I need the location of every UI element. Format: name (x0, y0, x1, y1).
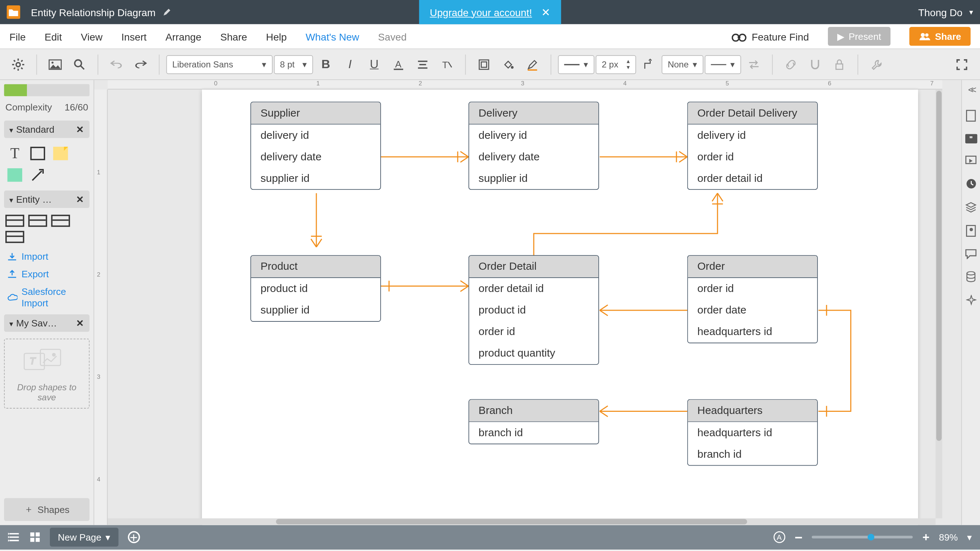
caret-down-icon[interactable]: ▾ (967, 532, 972, 542)
zoom-in-icon[interactable]: + (923, 530, 930, 544)
swap-ends-icon[interactable] (743, 53, 765, 76)
close-icon[interactable]: ✕ (76, 317, 84, 328)
data-icon[interactable] (966, 271, 976, 283)
document-title[interactable]: Entity Relationship Diagram (31, 6, 155, 18)
italic-icon[interactable]: I (339, 53, 361, 76)
doc-folder-icon[interactable] (7, 5, 21, 19)
salesforce-import-link[interactable]: Salesforce Import (4, 285, 89, 310)
entity-row: order id (469, 321, 598, 342)
edit-title-icon[interactable] (162, 8, 172, 17)
present-button[interactable]: ▶ Present (828, 27, 891, 46)
link-icon[interactable] (780, 53, 802, 76)
svg-point-54 (8, 540, 10, 541)
entity-product[interactable]: Product product id supplier id (250, 255, 381, 322)
page-icon[interactable] (966, 110, 976, 122)
filled-rect-shape[interactable] (5, 166, 24, 184)
magnet-icon[interactable] (803, 53, 826, 76)
section-entity[interactable]: Entity …✕ (4, 191, 89, 208)
user-name: Thong Do (918, 6, 963, 18)
arrow-start-select[interactable]: None▾ (662, 55, 703, 74)
redo-icon[interactable] (129, 53, 152, 76)
history-icon[interactable] (966, 178, 977, 189)
export-link[interactable]: Export (4, 267, 89, 281)
entity-shape-1[interactable] (5, 215, 24, 227)
text-shape[interactable]: T (5, 145, 24, 162)
line-width-select[interactable]: 2 px▴▾ (596, 55, 636, 74)
entity-order-detail-delivery[interactable]: Order Detail Delivery delivery id order … (687, 102, 818, 190)
entity-delivery[interactable]: Delivery delivery id delivery date suppl… (468, 102, 599, 190)
entity-branch[interactable]: Branch branch id (468, 399, 599, 444)
menu-arrange[interactable]: Arrange (165, 30, 201, 42)
spark-icon[interactable] (966, 295, 977, 306)
vertical-scrollbar[interactable] (935, 90, 942, 518)
outline-icon[interactable] (8, 532, 21, 541)
arrow-end-select[interactable]: ▾ (705, 55, 741, 74)
presentation-icon[interactable] (965, 155, 977, 166)
entity-order[interactable]: Order order id order date headquarters i… (687, 255, 818, 343)
close-icon[interactable]: ✕ (76, 124, 84, 135)
page-tab[interactable]: New Page ▾ (50, 528, 118, 547)
quote-icon[interactable]: ❞ (965, 134, 977, 143)
add-page-icon[interactable]: + (128, 531, 140, 543)
share-button[interactable]: Share (909, 27, 970, 46)
entity-headquarters[interactable]: Headquarters headquarters id branch id (687, 399, 818, 466)
autosave-icon[interactable]: A (773, 531, 786, 543)
zoom-value[interactable]: 89% (939, 532, 958, 542)
horizontal-scrollbar[interactable] (108, 518, 935, 525)
line-style-select[interactable]: ▾ (558, 55, 594, 74)
rect-shape[interactable] (28, 145, 47, 162)
fill-bucket-icon[interactable] (497, 53, 520, 76)
section-standard[interactable]: Standard✕ (4, 121, 89, 138)
fullscreen-icon[interactable] (950, 53, 973, 76)
align-icon[interactable] (411, 53, 434, 76)
settings-gear-icon[interactable] (7, 53, 30, 76)
line-routing-icon[interactable] (638, 53, 660, 76)
menu-view[interactable]: View (81, 30, 103, 42)
text-clear-icon[interactable]: T (436, 53, 458, 76)
border-color-icon[interactable] (521, 53, 544, 76)
font-select[interactable]: Liberation Sans▾ (166, 55, 272, 74)
entity-shape-2[interactable] (28, 215, 47, 227)
menu-insert[interactable]: Insert (121, 30, 146, 42)
upgrade-link[interactable]: Upgrade your account! (430, 6, 532, 18)
entity-supplier[interactable]: Supplier delivery id delivery date suppl… (250, 102, 381, 190)
comment-icon[interactable] (965, 249, 977, 259)
entity-shape-3[interactable] (51, 215, 70, 227)
note-shape[interactable] (51, 145, 70, 162)
shapes-button[interactable]: ＋ Shapes (4, 498, 89, 521)
zoom-out-icon[interactable]: − (795, 529, 803, 545)
import-link[interactable]: Import (4, 250, 89, 263)
close-icon[interactable]: ✕ (76, 194, 84, 204)
grid-icon[interactable] (30, 532, 41, 542)
bold-icon[interactable]: B (314, 53, 337, 76)
upgrade-close-icon[interactable]: ✕ (541, 6, 550, 19)
text-color-icon[interactable]: A (387, 53, 410, 76)
zoom-slider[interactable] (812, 536, 913, 539)
menu-whats-new[interactable]: What's New (305, 30, 359, 42)
undo-icon[interactable] (105, 53, 128, 76)
shape-fill-icon[interactable] (473, 53, 495, 76)
paint-icon[interactable] (966, 225, 976, 237)
ruler-tick: 2 (97, 271, 100, 278)
saved-shapes-dropzone[interactable]: T Drop shapes to save (4, 338, 89, 408)
canvas[interactable]: 0 1 2 3 4 5 6 7 1 2 3 4 (94, 80, 961, 525)
lock-icon[interactable] (828, 53, 851, 76)
page[interactable]: Supplier delivery id delivery date suppl… (202, 90, 918, 525)
user-menu[interactable]: Thong Do (918, 6, 974, 18)
underline-icon[interactable]: U (363, 53, 386, 76)
menu-file[interactable]: File (10, 30, 25, 42)
font-size-select[interactable]: 8 pt▾ (274, 55, 313, 74)
section-mysaved[interactable]: My Sav…✕ (4, 314, 89, 332)
entity-shape-4[interactable] (5, 231, 24, 243)
entity-order-detail[interactable]: Order Detail order detail id product id … (468, 255, 599, 365)
collapse-dock-icon[interactable]: << (968, 84, 974, 95)
image-icon[interactable] (44, 53, 67, 76)
search-icon[interactable] (68, 53, 91, 76)
arrow-shape[interactable] (28, 166, 47, 184)
layers-icon[interactable] (965, 201, 977, 213)
feature-find[interactable]: Feature Find (732, 30, 809, 42)
menu-edit[interactable]: Edit (45, 30, 62, 42)
wrench-icon[interactable] (865, 53, 888, 76)
menu-help[interactable]: Help (266, 30, 287, 42)
menu-share[interactable]: Share (220, 30, 247, 42)
